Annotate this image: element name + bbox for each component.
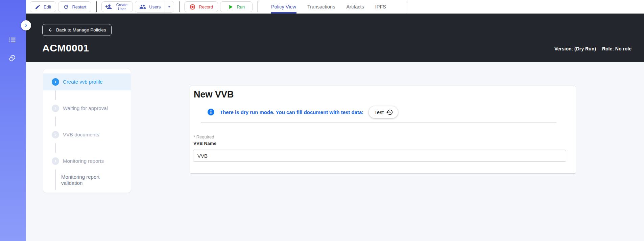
play-icon <box>228 4 234 10</box>
dry-run-info-row: There is dry run mode. You can fill docu… <box>208 105 398 119</box>
step-connector <box>55 143 56 153</box>
tab-artifacts[interactable]: Artifacts <box>346 0 364 14</box>
step-chevron-icon <box>52 131 59 138</box>
person-add-icon <box>105 3 112 10</box>
step-vvb-documents[interactable]: VVB documents <box>43 126 131 143</box>
step-chevron-icon <box>52 157 59 165</box>
view-tabs: Policy View Transactions Artifacts IPFS <box>271 0 407 14</box>
step-create-vvb-profile[interactable]: Create vvb profile <box>43 73 131 90</box>
record-button[interactable]: Record <box>184 1 218 12</box>
restart-icon <box>63 4 69 10</box>
arrow-left-icon <box>48 27 53 33</box>
users-dropdown-toggle[interactable] <box>165 1 174 12</box>
policy-header: Back to Manage Policies ACM0001 Version:… <box>26 14 644 62</box>
chevron-right-icon <box>24 23 28 28</box>
step-label: Waiting for approval <box>63 105 108 111</box>
dry-run-info-text: There is dry run mode. You can fill docu… <box>220 109 363 115</box>
left-rail <box>0 0 26 241</box>
step-connector <box>55 90 56 100</box>
toolbar-divider <box>96 1 97 12</box>
run-button-label: Run <box>237 4 245 9</box>
step-label: VVB documents <box>63 132 99 137</box>
card-title: New VVB <box>194 89 234 100</box>
tab-transactions[interactable]: Transactions <box>307 0 335 14</box>
run-button[interactable]: Run <box>220 1 253 12</box>
vvb-name-input[interactable] <box>193 150 566 162</box>
step-connector <box>55 117 56 126</box>
create-user-button-label: Create User <box>114 3 129 11</box>
step-label: Monitoring report validation <box>61 174 107 186</box>
policy-meta: Version: (Dry Run) Role: No role <box>554 46 631 51</box>
history-icon <box>386 109 393 116</box>
back-button-label: Back to Manage Policies <box>56 27 106 32</box>
step-waiting-for-approval[interactable]: Waiting for approval <box>43 100 131 117</box>
users-button-label: Users <box>149 4 161 9</box>
info-icon <box>208 109 214 115</box>
fill-test-data-button[interactable]: Test <box>369 106 398 118</box>
required-note: * Required <box>193 134 214 139</box>
people-icon <box>139 3 146 10</box>
step-label: Create vvb profile <box>63 79 103 85</box>
record-icon <box>189 4 196 10</box>
step-monitoring-reports[interactable]: Monitoring reports <box>43 153 131 170</box>
step-chevron-icon <box>52 78 59 86</box>
users-split-button: Users <box>135 1 174 13</box>
form-divider <box>201 123 556 123</box>
new-vvb-card: New VVB There is dry run mode. You can f… <box>190 86 576 174</box>
step-label: Monitoring reports <box>63 158 104 164</box>
tab-ipfs[interactable]: IPFS <box>375 0 386 14</box>
tokens-icon[interactable] <box>8 54 16 62</box>
policy-blocks-list-icon[interactable] <box>9 37 16 43</box>
step-monitoring-report-validation[interactable]: Monitoring report validation <box>55 170 131 190</box>
create-user-button[interactable]: Create User <box>101 1 133 12</box>
pencil-icon <box>35 4 41 10</box>
caret-down-icon <box>167 4 172 9</box>
test-button-label: Test <box>374 109 384 115</box>
toolbar-divider <box>179 1 180 12</box>
sidebar-expand-button[interactable] <box>21 20 31 30</box>
back-to-policies-button[interactable]: Back to Manage Policies <box>42 24 112 36</box>
users-button[interactable]: Users <box>135 1 165 12</box>
restart-button-label: Restart <box>72 4 86 9</box>
record-button-label: Record <box>199 4 213 9</box>
policy-role: Role: No role <box>602 46 631 51</box>
step-chevron-icon <box>52 105 59 112</box>
tab-policy-view[interactable]: Policy View <box>271 0 296 14</box>
restart-button[interactable]: Restart <box>58 1 91 12</box>
edit-button-label: Edit <box>44 4 51 9</box>
workflow-steps-panel: Create vvb profile Waiting for approval … <box>43 69 131 193</box>
policy-version: Version: (Dry Run) <box>554 46 596 51</box>
edit-button[interactable]: Edit <box>30 1 56 12</box>
toolbar: Edit Restart Create User Users <box>26 0 644 14</box>
policy-title: ACM0001 <box>42 42 89 54</box>
toolbar-divider <box>258 1 258 12</box>
tabs-divider <box>407 2 407 12</box>
vvb-name-label: VVB Name <box>193 141 216 146</box>
